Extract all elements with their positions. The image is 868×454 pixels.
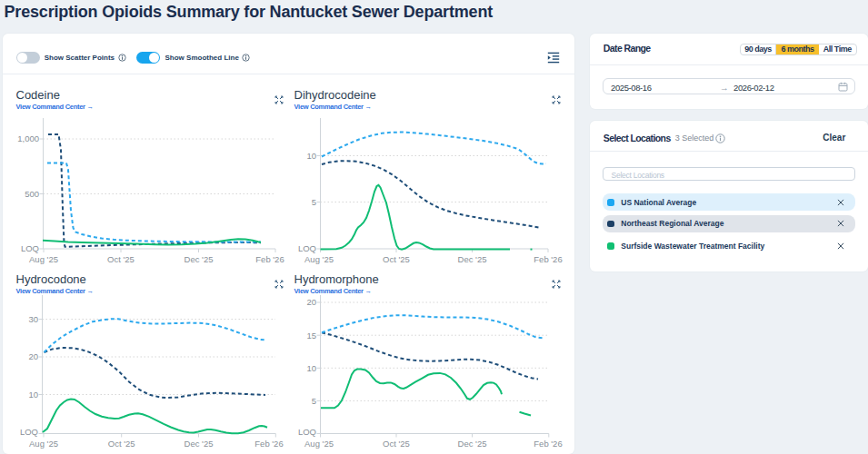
svg-text:10: 10 <box>28 390 38 400</box>
svg-text:20: 20 <box>306 297 316 307</box>
svg-text:Oct '25: Oct '25 <box>108 439 135 449</box>
svg-text:LOQ: LOQ <box>20 427 38 437</box>
svg-text:LOQ: LOQ <box>21 243 39 253</box>
svg-text:Dec '25: Dec '25 <box>458 439 487 449</box>
svg-text:Feb '26: Feb '26 <box>534 439 562 449</box>
svg-text:Dec '25: Dec '25 <box>185 439 214 449</box>
svg-text:Oct '25: Oct '25 <box>383 254 410 264</box>
svg-text:Aug '25: Aug '25 <box>29 439 58 449</box>
svg-text:Dec '25: Dec '25 <box>185 254 214 264</box>
svg-text:Feb '26: Feb '26 <box>534 254 562 264</box>
svg-text:LOQ: LOQ <box>298 427 316 437</box>
svg-text:10: 10 <box>306 363 316 373</box>
svg-text:LOQ: LOQ <box>298 243 316 253</box>
svg-text:20: 20 <box>28 351 38 361</box>
svg-text:10: 10 <box>306 151 316 161</box>
svg-text:Oct '25: Oct '25 <box>107 254 135 264</box>
svg-text:Aug '25: Aug '25 <box>304 439 334 449</box>
svg-text:5: 5 <box>312 396 316 406</box>
svg-text:30: 30 <box>28 314 38 324</box>
svg-text:Dec '25: Dec '25 <box>458 254 487 264</box>
svg-text:Aug '25: Aug '25 <box>304 254 334 264</box>
svg-text:Oct '25: Oct '25 <box>383 439 410 449</box>
svg-text:Aug '25: Aug '25 <box>29 254 58 264</box>
svg-text:1,000: 1,000 <box>17 133 39 143</box>
svg-text:Feb '26: Feb '26 <box>255 254 284 264</box>
svg-text:Feb '26: Feb '26 <box>254 439 283 449</box>
svg-text:500: 500 <box>25 189 39 199</box>
svg-text:5: 5 <box>312 197 316 207</box>
svg-text:15: 15 <box>306 331 316 340</box>
